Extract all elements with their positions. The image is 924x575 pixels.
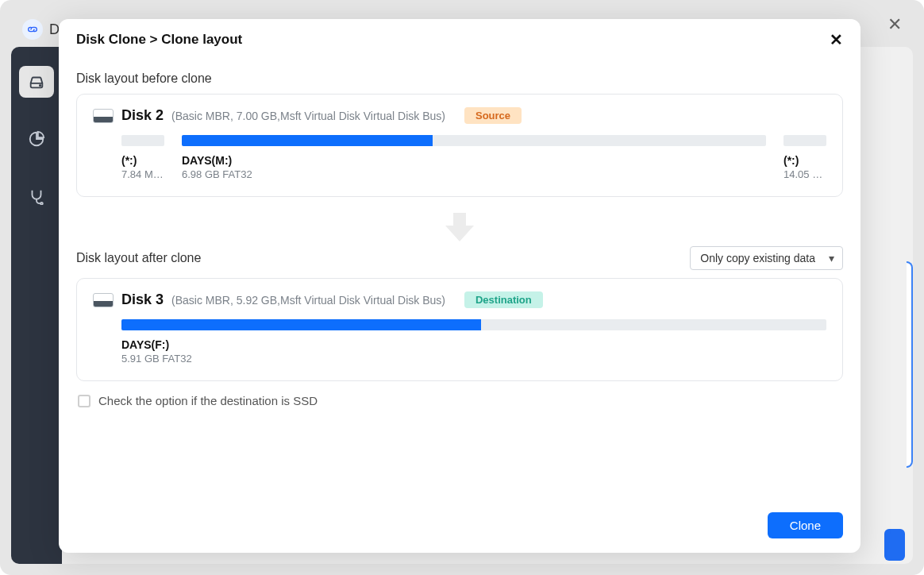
sidebar [11, 47, 62, 564]
dest-disk-name: Disk 3 [121, 291, 164, 308]
link-icon [22, 19, 43, 40]
source-badge: Source [464, 107, 522, 124]
copy-mode-value: Only copy existing data [700, 252, 815, 264]
partition-bar [182, 135, 766, 146]
copy-mode-dropdown[interactable]: Only copy existing data [690, 246, 843, 270]
partition-size: 6.98 GB FAT32 [182, 168, 766, 180]
partition-label: DAYS(M:) [182, 154, 766, 167]
svg-point-0 [40, 85, 40, 86]
arrow-down-icon [76, 210, 843, 243]
disk-icon [93, 293, 114, 307]
modal-title: Disk Clone > Clone layout [76, 32, 242, 48]
dest-disk-card: Disk 3 (Basic MBR, 5.92 GB,Msft Virtual … [76, 278, 843, 381]
svg-point-1 [40, 203, 43, 205]
disk-icon [93, 109, 114, 123]
source-disk-card: Disk 2 (Basic MBR, 7.00 GB,Msft Virtual … [76, 94, 843, 197]
partition-bar [121, 135, 164, 146]
sidebar-item-disk[interactable] [19, 66, 54, 98]
partition-label: DAYS(F:) [121, 338, 826, 351]
partition: (*:)14.05 M... [783, 135, 826, 180]
sidebar-item-chart[interactable] [19, 123, 54, 155]
partition-bar [783, 135, 826, 146]
partition-label: (*:) [783, 154, 826, 167]
ssd-checkbox[interactable] [78, 395, 90, 407]
modal-close-icon[interactable]: ✕ [830, 30, 843, 49]
partition: (*:)7.84 MB... [121, 135, 164, 180]
source-disk-name: Disk 2 [121, 107, 164, 124]
partition-bar [121, 319, 826, 330]
partition: DAYS(M:)6.98 GB FAT32 [182, 135, 766, 180]
partition: DAYS(F:)5.91 GB FAT32 [121, 319, 826, 365]
destination-badge: Destination [464, 291, 543, 308]
app-window: ✕ D Disk Clone > Clone layout ✕ Disk lay… [0, 0, 924, 575]
source-disk-meta: (Basic MBR, 7.00 GB,Msft Virtual Disk Vi… [171, 110, 445, 122]
app-close-icon[interactable]: ✕ [887, 16, 902, 33]
partition-size: 7.84 MB... [121, 168, 164, 180]
before-clone-title: Disk layout before clone [76, 71, 843, 86]
dest-disk-meta: (Basic MBR, 5.92 GB,Msft Virtual Disk Vi… [171, 294, 445, 307]
partition-size: 14.05 M... [783, 168, 826, 180]
clone-layout-modal: Disk Clone > Clone layout ✕ Disk layout … [59, 19, 860, 553]
partition-size: 5.91 GB FAT32 [121, 353, 826, 365]
partition-label: (*:) [121, 154, 164, 167]
app-logo: D [22, 19, 60, 40]
sidebar-item-health[interactable] [19, 180, 54, 212]
after-clone-title: Disk layout after clone [76, 251, 201, 265]
clone-button[interactable]: Clone [768, 512, 843, 538]
ssd-checkbox-label: Check the option if the destination is S… [98, 394, 318, 407]
